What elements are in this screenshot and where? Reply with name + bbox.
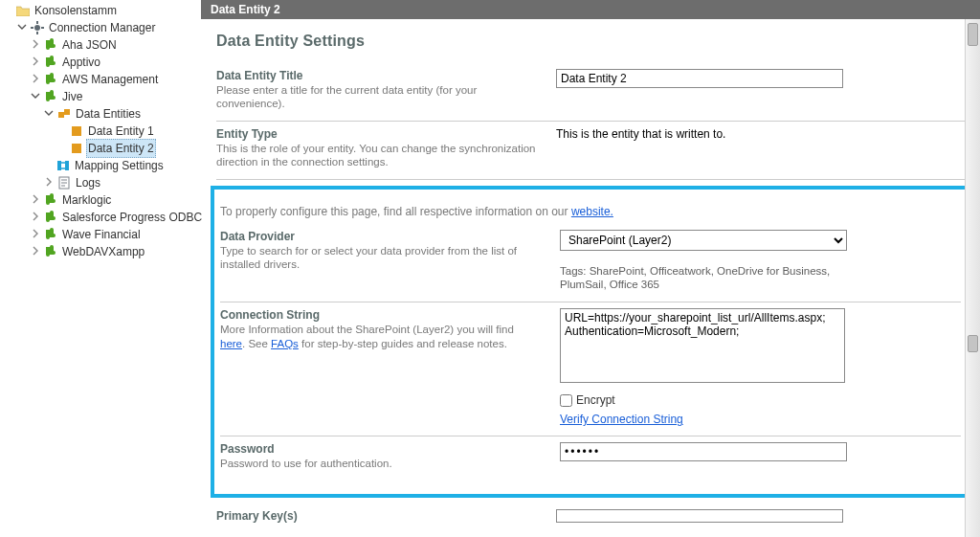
website-link[interactable]: website. [571, 205, 613, 218]
tree-item-apptivo[interactable]: Apptivo [31, 54, 201, 71]
config-info-line: To properly configure this page, find al… [220, 193, 961, 224]
chevron-right-icon[interactable] [31, 194, 42, 206]
tree-item-aws[interactable]: AWS Management [31, 71, 201, 88]
section-connection-string: Connection String More Information about… [220, 302, 961, 436]
entity-type-desc: This is the role of your entity. You can… [216, 142, 537, 169]
chevron-right-icon[interactable] [31, 74, 42, 85]
chevron-right-icon[interactable] [31, 39, 42, 51]
svg-rect-8 [72, 144, 81, 153]
entity-type-value: This is the entity that is written to. [556, 127, 965, 141]
puzzle-icon [43, 55, 58, 70]
puzzle-icon [43, 227, 58, 242]
tree-item-jive[interactable]: Jive [31, 88, 201, 105]
chevron-right-icon[interactable] [31, 56, 42, 68]
svg-rect-7 [72, 126, 81, 136]
password-input[interactable] [560, 442, 847, 461]
puzzle-icon [43, 210, 58, 225]
chevron-down-icon[interactable] [17, 22, 29, 34]
chevron-down-icon[interactable] [44, 108, 56, 120]
puzzle-icon [43, 244, 58, 259]
section-primary-keys: Primary Key(s) [216, 503, 965, 524]
panel-title: Data Entity 2 [211, 3, 280, 16]
page-heading: Data Entity Settings [216, 33, 965, 50]
cube-icon [69, 141, 84, 156]
section-entity-title: Data Entity Title Please enter a title f… [216, 63, 965, 122]
connection-string-textarea[interactable]: URL=https://your_sharepoint_list_url/All… [560, 308, 845, 383]
puzzle-icon [43, 192, 58, 208]
tree-item-data-entity-2[interactable]: Data Entity 2 [57, 140, 201, 157]
provider-desc: Type to search for or select your data p… [220, 244, 541, 272]
puzzle-icon [43, 89, 58, 104]
entity-title-label: Data Entity Title [216, 69, 537, 82]
vertical-scrollbar[interactable] [965, 19, 980, 537]
tree-item-webdav[interactable]: WebDAVXampp [31, 243, 201, 260]
chevron-right-icon[interactable] [31, 229, 42, 240]
section-data-provider: Data Provider Type to search for or sele… [220, 224, 961, 303]
svg-rect-9 [57, 161, 61, 170]
puzzle-icon [43, 37, 58, 53]
log-icon [56, 175, 72, 190]
connstr-faqs-link[interactable]: FAQs [271, 338, 299, 349]
tree-item-mapping-settings[interactable]: Mapping Settings [44, 157, 201, 174]
mapping-icon [56, 158, 71, 173]
folder-icon [15, 3, 31, 18]
scrollbar-thumb[interactable] [968, 23, 978, 46]
chevron-right-icon[interactable] [44, 177, 56, 189]
tree-item-logs[interactable]: Logs [44, 174, 201, 191]
section-entity-type: Entity Type This is the role of your ent… [216, 122, 965, 180]
navigation-tree: Konsolenstamm Connection Manager [0, 0, 201, 537]
svg-rect-4 [41, 27, 44, 29]
entity-type-label: Entity Type [216, 127, 537, 141]
tree-root-label: Konsolenstamm [33, 2, 119, 19]
chevron-down-icon[interactable] [31, 91, 42, 102]
tree-connection-manager[interactable]: Connection Manager [17, 19, 201, 36]
svg-rect-6 [64, 109, 70, 115]
tree-item-aha[interactable]: Aha JSON [31, 36, 201, 54]
tree-item-salesforce[interactable]: Salesforce Progress ODBC [31, 209, 201, 226]
svg-rect-10 [65, 161, 69, 170]
provider-select[interactable]: SharePoint (Layer2) [560, 230, 847, 251]
puzzle-icon [43, 72, 58, 87]
scrollbar-thumb[interactable] [968, 335, 978, 352]
svg-rect-3 [31, 27, 33, 29]
gear-icon [30, 20, 45, 35]
highlight-region: To properly configure this page, find al… [211, 186, 970, 498]
tree-root[interactable]: Konsolenstamm [4, 2, 201, 19]
verify-connection-link[interactable]: Verify Connection String [560, 413, 683, 426]
panel-titlebar: Data Entity 2 [201, 0, 980, 19]
password-desc: Password to use for authentication. [220, 457, 541, 470]
connstr-label: Connection String [220, 308, 541, 322]
cubes-icon [56, 106, 72, 122]
entity-title-input[interactable] [556, 69, 843, 88]
tree-item-data-entities[interactable]: Data Entities [44, 105, 201, 123]
section-password: Password Password to use for authenticat… [220, 436, 961, 480]
svg-rect-2 [36, 32, 38, 34]
password-label: Password [220, 442, 541, 456]
connstr-here-link[interactable]: here [220, 338, 242, 349]
pk-label: Primary Key(s) [216, 509, 537, 523]
chevron-right-icon[interactable] [31, 246, 42, 257]
entity-title-desc: Please enter a title for the current dat… [216, 83, 537, 111]
svg-rect-5 [58, 112, 64, 118]
tree-item-data-entity-1[interactable]: Data Entity 1 [57, 123, 201, 140]
provider-tags: Tags: SharePoint, Officeatwork, OneDrive… [560, 264, 847, 293]
chevron-right-icon[interactable] [31, 212, 42, 223]
main-panel: Data Entity 2 Data Entity Settings Data … [201, 0, 980, 537]
encrypt-checkbox[interactable] [560, 394, 572, 407]
tree-connection-manager-label: Connection Manager [47, 19, 157, 36]
provider-label: Data Provider [220, 230, 541, 243]
primary-keys-input[interactable] [556, 509, 843, 523]
tree-item-wave[interactable]: Wave Financial [31, 226, 201, 243]
connstr-desc: More Information about the SharePoint (L… [220, 323, 541, 350]
svg-rect-1 [36, 21, 38, 24]
cube-icon [69, 123, 84, 139]
svg-point-0 [34, 25, 40, 31]
tree-item-marklogic[interactable]: Marklogic [31, 191, 201, 209]
encrypt-label: Encrypt [576, 393, 615, 407]
